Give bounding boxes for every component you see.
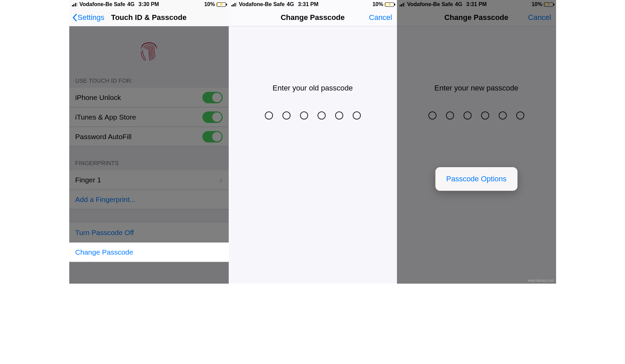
fingerprint-hero [69,26,229,76]
row-change-passcode[interactable]: Change Passcode [69,242,229,262]
network-label: 4G [127,1,134,7]
passcode-dot [481,111,489,120]
page-title: Change Passcode [444,13,508,22]
battery-icon: ⚡ [544,2,553,7]
carrier-label: Vodafone-Be Safe [239,1,285,7]
chevron-back-icon [73,14,77,21]
nav-bar: Change Passcode Cancel [397,9,556,26]
battery-icon: ⚡ [217,2,226,7]
row-label: Add a Fingerprint... [75,196,136,204]
passcode-dot [318,111,326,120]
time-label: 3:31 PM [466,1,486,7]
panel-touch-id-settings: Vodafone-Be Safe 4G 3:30 PM 10% ⚡ Settin… [69,0,229,284]
status-bar: Vodafone-Be Safe 4G 3:31 PM 10% ⚡ [229,0,397,9]
row-label: Password AutoFill [75,133,132,141]
signal-icon [72,2,78,6]
passcode-dot [335,111,343,120]
section-header-fingerprints: FINGERPRINTS [69,160,229,170]
battery-pct: 10% [372,1,383,7]
passcode-dot [300,111,308,120]
toggle-itunes[interactable] [202,111,223,123]
passcode-dot [353,111,361,120]
back-button[interactable]: Settings [73,9,105,26]
passcode-dot [282,111,291,120]
passcode-dot [464,111,472,120]
nav-bar: Settings Touch ID & Passcode [69,9,229,26]
passcode-dots[interactable] [265,111,361,120]
page-title: Touch ID & Passcode [111,13,186,22]
carrier-label: Vodafone-Be Safe [407,1,453,7]
passcode-options-label: Passcode Options [446,175,507,183]
status-bar: Vodafone-Be Safe 4G 3:31 PM 10% ⚡ [397,0,556,9]
network-label: 4G [455,1,462,7]
battery-pct: 10% [204,1,215,7]
passcode-prompt: Enter your old passcode [273,84,353,93]
watermark: www.deuaq.com [528,279,554,282]
chevron-right-icon: › [219,175,222,185]
passcode-prompt: Enter your new passcode [434,84,518,93]
row-password-autofill[interactable]: Password AutoFill [69,127,229,147]
passcode-dot [516,111,524,120]
page-title: Change Passcode [281,13,345,22]
cancel-label: Cancel [528,13,551,22]
back-label: Settings [78,13,105,22]
status-bar: Vodafone-Be Safe 4G 3:30 PM 10% ⚡ [69,0,229,9]
signal-icon [231,2,237,6]
cancel-button[interactable]: Cancel [528,9,551,26]
passcode-options-button[interactable]: Passcode Options [435,167,518,191]
nav-bar: Change Passcode Cancel [229,9,397,26]
time-label: 3:31 PM [298,1,318,7]
toggle-autofill[interactable] [202,131,223,142]
row-finger-1[interactable]: Finger 1 › [69,170,229,190]
row-turn-passcode-off[interactable]: Turn Passcode Off [69,223,229,242]
battery-pct: 10% [531,1,542,7]
passcode-dots[interactable] [428,111,524,120]
cancel-label: Cancel [369,13,392,22]
section-header-touchid: USE TOUCH ID FOR: [69,76,229,88]
row-label: iTunes & App Store [75,113,136,121]
panel-enter-new-passcode: Vodafone-Be Safe 4G 3:31 PM 10% ⚡ Change… [397,0,556,284]
passcode-dot [499,111,507,120]
panel-enter-old-passcode: Vodafone-Be Safe 4G 3:31 PM 10% ⚡ Change… [229,0,397,284]
toggle-iphone-unlock[interactable] [202,92,223,103]
time-label: 3:30 PM [139,1,159,7]
cancel-button[interactable]: Cancel [369,9,392,26]
row-itunes-appstore[interactable]: iTunes & App Store [69,107,229,127]
row-label: Change Passcode [75,248,133,256]
row-label: Turn Passcode Off [75,229,134,237]
row-iphone-unlock[interactable]: iPhone Unlock [69,88,229,107]
row-add-fingerprint[interactable]: Add a Fingerprint... [69,190,229,209]
passcode-dot [446,111,454,120]
row-label: iPhone Unlock [75,94,121,102]
signal-icon [400,2,405,6]
passcode-dot [265,111,273,120]
fingerprint-icon [140,40,158,62]
row-label: Finger 1 [75,176,101,184]
carrier-label: Vodafone-Be Safe [79,1,125,7]
network-label: 4G [287,1,294,7]
battery-icon: ⚡ [385,2,394,7]
passcode-dot [428,111,436,120]
